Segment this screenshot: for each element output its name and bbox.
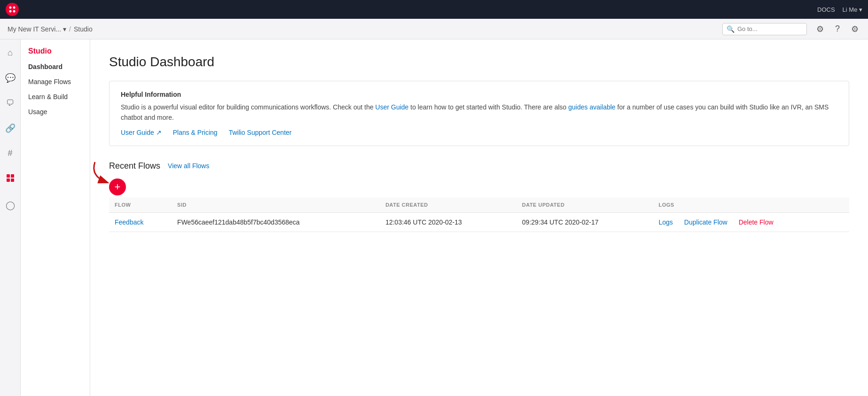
breadcrumb-separator: / <box>69 25 71 33</box>
nav-icon-home[interactable]: ⌂ <box>5 45 16 61</box>
info-text-2: to learn how to get started with Studio.… <box>408 103 568 111</box>
nav-icon-circle[interactable]: ◯ <box>3 197 18 213</box>
col-flow: FLOW <box>109 197 172 213</box>
table-row: Feedback FWe56caeef121dab48b5f7bc40d3568… <box>109 212 849 232</box>
duplicate-flow-link[interactable]: Duplicate Flow <box>684 218 727 226</box>
flow-date-created-cell: 12:03:46 UTC 2020-02-13 <box>380 212 516 232</box>
user-guide-inline-link[interactable]: User Guide <box>375 103 409 111</box>
left-icon-sidebar: ⌂ 💬 🗩 🔗 # ◯ <box>0 39 21 396</box>
svg-rect-6 <box>11 174 14 178</box>
search-input[interactable] <box>737 25 803 32</box>
svg-rect-8 <box>11 179 14 182</box>
flow-date-updated-cell: 09:29:34 UTC 2020-02-17 <box>516 212 653 232</box>
top-bar: DOCS Li Me ▾ <box>0 0 868 19</box>
user-menu[interactable]: Li Me ▾ <box>843 6 862 13</box>
account-settings-icon[interactable]: ⚙ <box>849 22 860 36</box>
sidebar-item-usage[interactable]: Usage <box>21 104 90 119</box>
nav-icon-chat[interactable]: 💬 <box>2 70 18 86</box>
sidebar-brand: Studio <box>21 47 90 59</box>
main-content: Studio Dashboard Helpful Information Stu… <box>90 39 868 396</box>
twilio-logo <box>6 3 19 16</box>
flows-table: FLOW SID DATE CREATED DATE UPDATED LOGS … <box>109 197 849 232</box>
svg-point-4 <box>13 10 16 13</box>
left-sidebar: Studio Dashboard Manage Flows Learn & Bu… <box>21 39 90 396</box>
nav-icon-link[interactable]: 🔗 <box>2 120 18 136</box>
top-bar-left <box>6 3 19 16</box>
svg-point-2 <box>13 7 16 9</box>
service-selector[interactable]: My New IT Servi... ▾ <box>8 25 66 33</box>
info-box: Helpful Information Studio is a powerful… <box>109 81 849 146</box>
breadcrumb-tools: 🔍 ⚙ ? ⚙ <box>722 22 860 36</box>
nav-icon-studio[interactable] <box>3 171 18 188</box>
col-date-created: DATE CREATED <box>380 197 516 213</box>
search-box[interactable]: 🔍 <box>722 23 807 35</box>
recent-flows-title: Recent Flows <box>109 161 160 171</box>
add-button-container: + <box>109 179 126 195</box>
svg-point-0 <box>6 3 19 16</box>
service-name: My New IT Servi... <box>8 25 61 33</box>
flow-name-link[interactable]: Feedback <box>115 218 143 226</box>
sidebar-item-learn-build[interactable]: Learn & Build <box>21 89 90 104</box>
flow-name-cell: Feedback <box>109 212 172 232</box>
guides-inline-link[interactable]: guides available <box>568 103 615 111</box>
twilio-support-link[interactable]: Twilio Support Center <box>229 129 292 136</box>
info-box-title: Helpful Information <box>121 91 837 98</box>
breadcrumb-bar: My New IT Servi... ▾ / Studio 🔍 ⚙ ? ⚙ <box>0 19 868 39</box>
user-guide-link[interactable]: User Guide ↗ <box>121 129 162 136</box>
svg-rect-5 <box>7 174 10 178</box>
flow-sid-cell: FWe56caeef121dab48b5f7bc40d3568eca <box>172 212 380 232</box>
breadcrumb-current: Studio <box>74 25 93 33</box>
delete-flow-link[interactable]: Delete Flow <box>739 218 774 226</box>
info-box-links: User Guide ↗ Plans & Pricing Twilio Supp… <box>121 129 837 136</box>
plans-pricing-link[interactable]: Plans & Pricing <box>173 129 218 136</box>
nav-icon-hashtag[interactable]: # <box>5 146 15 161</box>
breadcrumb: My New IT Servi... ▾ / Studio <box>8 25 93 33</box>
info-box-text: Studio is a powerful visual editor for b… <box>121 102 837 123</box>
top-bar-right: DOCS Li Me ▾ <box>817 6 862 13</box>
svg-point-1 <box>9 7 12 9</box>
svg-rect-7 <box>7 179 10 182</box>
settings-gear-icon[interactable]: ⚙ <box>814 22 826 36</box>
chevron-down-icon: ▾ <box>63 25 66 33</box>
add-flow-button[interactable]: + <box>109 179 126 195</box>
view-all-flows-link[interactable]: View all Flows <box>168 162 209 170</box>
sidebar-item-manage-flows[interactable]: Manage Flows <box>21 74 90 89</box>
docs-link[interactable]: DOCS <box>817 6 835 13</box>
col-sid: SID <box>172 197 380 213</box>
page-title: Studio Dashboard <box>109 54 849 70</box>
action-links: Logs Duplicate Flow Delete Flow <box>659 218 844 226</box>
col-logs: LOGS <box>653 197 850 213</box>
table-header-row: FLOW SID DATE CREATED DATE UPDATED LOGS <box>109 197 849 213</box>
svg-point-3 <box>9 10 12 13</box>
help-icon[interactable]: ? <box>833 22 842 36</box>
section-header: Recent Flows View all Flows <box>109 161 849 171</box>
flow-actions-cell: Logs Duplicate Flow Delete Flow <box>653 212 850 232</box>
sidebar-item-dashboard[interactable]: Dashboard <box>21 59 90 74</box>
nav-icon-message[interactable]: 🗩 <box>3 95 17 111</box>
logs-link[interactable]: Logs <box>659 218 673 226</box>
info-text-1: Studio is a powerful visual editor for b… <box>121 103 375 111</box>
search-icon: 🔍 <box>727 25 735 33</box>
col-date-updated: DATE UPDATED <box>516 197 653 213</box>
